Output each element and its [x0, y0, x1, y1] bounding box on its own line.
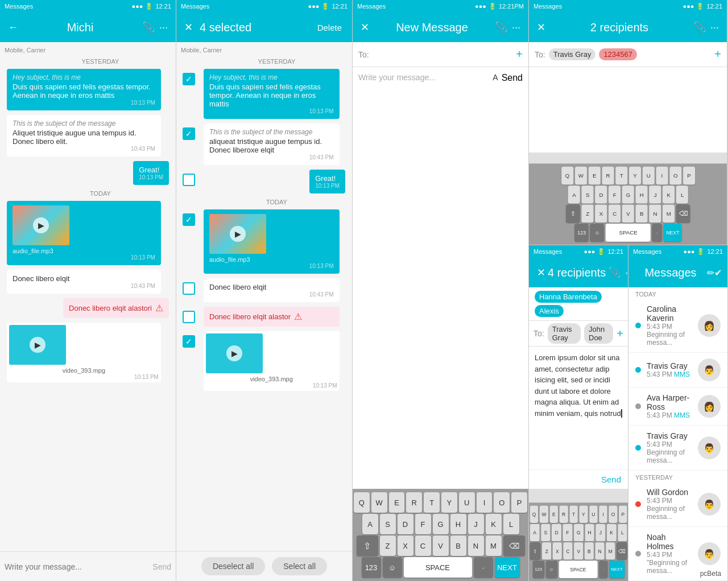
key-R-4a[interactable]: R	[602, 167, 614, 185]
key-T-3[interactable]: T	[424, 492, 440, 513]
key-E-4a[interactable]: E	[589, 167, 601, 185]
key-O-4b[interactable]: O	[609, 505, 618, 523]
shift-key-4b[interactable]: ⇧	[530, 542, 541, 560]
key-X-4b[interactable]: X	[553, 542, 562, 560]
key-C-4a[interactable]: C	[609, 205, 621, 223]
key-S-4b[interactable]: S	[541, 524, 551, 542]
key-Z-3[interactable]: Z	[380, 535, 396, 556]
close-button-2[interactable]: ✕	[182, 19, 195, 36]
key-F-3[interactable]: F	[415, 514, 431, 534]
key-S-4a[interactable]: S	[582, 186, 594, 204]
key-N-4b[interactable]: N	[595, 542, 605, 560]
more-icon-3[interactable]: ···	[510, 19, 523, 36]
key-S-3[interactable]: S	[380, 514, 396, 534]
key-emoji-4a[interactable]: ☺	[590, 224, 605, 242]
key-G-4a[interactable]: G	[622, 186, 634, 204]
play-button-4[interactable]: ▶	[226, 345, 242, 361]
key-P-3[interactable]: P	[511, 492, 527, 513]
key-P-4b[interactable]: P	[619, 505, 627, 523]
key-J-4a[interactable]: J	[650, 186, 661, 204]
key-D-3[interactable]: D	[398, 514, 413, 534]
clip-icon-3[interactable]: 📎	[493, 19, 510, 36]
checkbox-4[interactable]	[183, 213, 195, 226]
key-P-4a[interactable]: P	[683, 167, 695, 185]
shift-key-3[interactable]: ⇧	[357, 535, 378, 556]
key-R-3[interactable]: R	[406, 492, 422, 513]
list-item-travis1[interactable]: Travis Gray 5:43 PM MMS 👨	[628, 353, 727, 388]
key-123-4b[interactable]: 123	[533, 561, 544, 578]
key-G-3[interactable]: G	[433, 514, 449, 534]
key-O-4a[interactable]: O	[669, 167, 681, 185]
list-item-ava[interactable]: Ava Harper-Ross 5:43 PM MMS 👩	[628, 388, 727, 426]
key-J-4b[interactable]: J	[595, 524, 605, 542]
checkbox-6[interactable]	[183, 311, 195, 323]
send-button-1[interactable]: Send	[152, 562, 171, 571]
key-X-4a[interactable]: X	[595, 205, 607, 223]
key-emoji-3[interactable]: ☺	[383, 557, 402, 578]
key-M-3[interactable]: M	[486, 535, 502, 556]
key-Q-4a[interactable]: Q	[561, 167, 573, 185]
send-label-3[interactable]: Send	[502, 73, 523, 83]
key-T-4a[interactable]: T	[615, 167, 627, 185]
key-V-4a[interactable]: V	[622, 205, 634, 223]
key-I-3[interactable]: I	[477, 492, 493, 513]
key-space-4a[interactable]: SPACE	[606, 224, 651, 242]
key-B-3[interactable]: B	[450, 535, 466, 556]
key-Z-4b[interactable]: Z	[542, 542, 551, 560]
key-K-4b[interactable]: K	[607, 524, 617, 542]
key-N-4a[interactable]: N	[650, 205, 661, 223]
clip-icon-4a[interactable]: 📎	[691, 19, 708, 36]
list-item-travis2[interactable]: Travis Gray 5:43 PM Beginning of messa..…	[628, 426, 727, 471]
key-Q-3[interactable]: Q	[354, 492, 370, 513]
more-icon-4a[interactable]: ···	[708, 19, 721, 36]
select-all-button[interactable]: Select all	[272, 557, 327, 575]
close-button-4a[interactable]: ✕	[535, 19, 548, 36]
key-A-4b[interactable]: A	[530, 524, 540, 542]
key-I-4a[interactable]: I	[656, 167, 668, 185]
delete-button[interactable]: Delete	[313, 20, 346, 35]
key-X-3[interactable]: X	[398, 535, 413, 556]
key-V-3[interactable]: V	[433, 535, 449, 556]
key-123-4a[interactable]: 123	[574, 224, 589, 242]
deselect-all-button[interactable]: Deselect all	[201, 557, 265, 575]
key-W-4b[interactable]: W	[540, 505, 548, 523]
back-button[interactable]: ←	[6, 19, 20, 36]
key-Z-4a[interactable]: Z	[582, 205, 594, 223]
key-Q-4b[interactable]: Q	[530, 505, 539, 523]
key-M-4b[interactable]: M	[606, 542, 615, 560]
key-Y-3[interactable]: Y	[441, 492, 457, 513]
clip-icon-1[interactable]: 📎	[140, 19, 157, 36]
key-M-4a[interactable]: M	[663, 205, 675, 223]
key-space-4b[interactable]: SPACE	[559, 561, 597, 578]
key-B-4b[interactable]: B	[585, 542, 594, 560]
checkbox-3[interactable]	[183, 174, 195, 186]
key-O-3[interactable]: O	[494, 492, 510, 513]
key-N-3[interactable]: N	[468, 535, 484, 556]
key-J-3[interactable]: J	[468, 514, 484, 534]
key-L-4b[interactable]: L	[618, 524, 627, 542]
list-item-will[interactable]: Will Gordon 5:43 PM Beginning of messa..…	[628, 482, 727, 527]
key-D-4b[interactable]: D	[552, 524, 561, 542]
key-F-4b[interactable]: F	[563, 524, 573, 542]
key-H-4a[interactable]: H	[636, 186, 648, 204]
key-L-4a[interactable]: L	[676, 186, 688, 204]
key-W-3[interactable]: W	[371, 492, 387, 513]
close-button-3[interactable]: ✕	[358, 19, 371, 36]
play-button-1[interactable]: ▶	[33, 217, 49, 233]
checkbox-5[interactable]	[183, 282, 195, 295]
more-icon-1[interactable]: ···	[157, 19, 170, 36]
key-dot-4a[interactable]: ·	[652, 224, 663, 242]
play-button-2[interactable]: ▶	[30, 337, 46, 353]
key-Y-4b[interactable]: Y	[580, 505, 588, 523]
key-A-4a[interactable]: A	[568, 186, 580, 204]
key-E-4b[interactable]: E	[549, 505, 558, 523]
key-B-4a[interactable]: B	[636, 205, 648, 223]
key-K-4a[interactable]: K	[663, 186, 675, 204]
compose-input-1[interactable]	[5, 562, 148, 571]
key-H-3[interactable]: H	[450, 514, 466, 534]
key-C-3[interactable]: C	[415, 535, 431, 556]
key-U-3[interactable]: U	[459, 492, 475, 513]
key-T-4b[interactable]: T	[569, 505, 578, 523]
key-123-3[interactable]: 123	[362, 557, 381, 578]
key-L-3[interactable]: L	[503, 514, 519, 534]
